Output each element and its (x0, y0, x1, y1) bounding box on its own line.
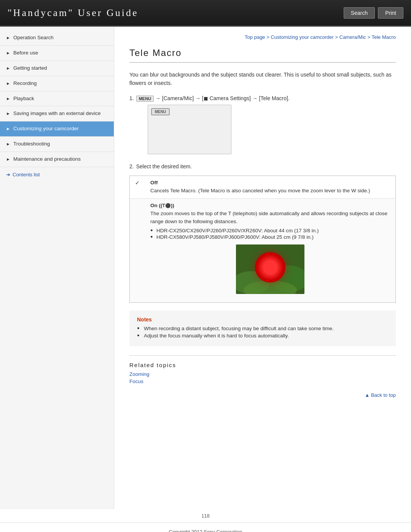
svg-point-10 (265, 264, 276, 275)
print-button[interactable]: Print (378, 7, 403, 19)
search-button[interactable]: Search (344, 7, 375, 19)
options-table: ✓ Off Cancels Tele Macro. (Tele Macro is… (129, 176, 396, 303)
sidebar-item-label: Customizing your camcorder (13, 125, 108, 133)
sidebar: ► Operation Search ► Before use ► Gettin… (0, 27, 114, 509)
sidebar-item-label: Operation Search (13, 34, 108, 42)
header: "Handycam" User Guide Search Print (0, 0, 411, 27)
svg-point-4 (256, 255, 281, 277)
copyright-text: Copyright 2012 Sony Corporation (169, 529, 242, 532)
chevron-right-icon: ► (6, 66, 10, 71)
svg-point-7 (262, 255, 285, 280)
back-to-top: ▲ Back to top (129, 392, 396, 398)
breadcrumb-telemacro: Tele Macro (371, 34, 396, 40)
bullet-cx580: HDR-CX580V/PJ580/PJ580V/PJ600/PJ600V: Ab… (150, 234, 390, 240)
option-on-check (130, 199, 145, 303)
chevron-right-icon: ► (6, 96, 10, 102)
option-off-content: Off Cancels Tele Macro. (Tele Macro is a… (145, 176, 396, 199)
sidebar-item-troubleshooting[interactable]: ► Troubleshooting (0, 137, 114, 152)
option-off-check: ✓ (130, 176, 145, 199)
note-item-1: When recording a distant subject, focusi… (137, 326, 388, 331)
step-1-text: → [Camera/Mic] → [◼ Camera Settings] → [… (155, 95, 290, 101)
sidebar-item-recording[interactable]: ► Recording (0, 76, 114, 91)
option-on-bullets: HDR-CX250/CX260V/PJ260/PJ260V/XR260V: Ab… (150, 228, 390, 240)
step-2-text: Select the desired item. (136, 163, 396, 169)
option-on-row: On ((T⚫)) The zoom moves to the top of t… (130, 199, 396, 303)
sidebar-item-before-use[interactable]: ► Before use (0, 46, 114, 61)
step-1-content: MENU → [Camera/Mic] → [◼ Camera Settings… (136, 95, 396, 157)
note-item-2: Adjust the focus manually when it is har… (137, 333, 388, 339)
header-buttons: Search Print (344, 7, 403, 19)
bullet-cx250: HDR-CX250/CX260V/PJ260/PJ260V/XR260V: Ab… (150, 228, 390, 233)
step-1-num: 1. (129, 95, 134, 101)
breadcrumb-sep: > (266, 34, 271, 40)
sidebar-item-label: Maintenance and precautions (13, 156, 108, 163)
sidebar-item-label: Troubleshooting (13, 141, 108, 148)
sidebar-item-saving-images[interactable]: ► Saving images with an external device (0, 106, 114, 121)
breadcrumb-toppage[interactable]: Top page (245, 34, 265, 40)
notes-title: Notes (137, 316, 388, 323)
step-1: 1. MENU → [Camera/Mic] → [◼ Camera Setti… (129, 95, 396, 157)
sidebar-item-label: Getting started (13, 65, 108, 72)
sidebar-item-customizing[interactable]: ► Customizing your camcorder (0, 121, 114, 137)
contents-list-link[interactable]: ➔ Contents list (0, 167, 114, 182)
svg-point-5 (260, 259, 281, 272)
breadcrumb: Top page > Customizing your camcorder > … (129, 34, 396, 40)
option-on-desc: The zoom moves to the top of the T (tele… (150, 210, 390, 225)
sidebar-item-playback[interactable]: ► Playback (0, 91, 114, 107)
option-on-title: On ((T⚫)) (150, 203, 390, 208)
page-description: You can blur out backgrounds and the sub… (129, 70, 396, 88)
chevron-right-icon: ► (6, 50, 10, 56)
option-off-desc: Cancels Tele Macro. (Tele Macro is also … (150, 187, 390, 195)
contents-link-label: Contents list (13, 172, 40, 177)
flower-svg (236, 244, 304, 294)
related-topics-title: Related topics (129, 362, 396, 368)
notes-list: When recording a distant subject, focusi… (137, 326, 388, 339)
chevron-right-icon: ► (6, 35, 10, 41)
related-topics: Related topics Zooming Focus (129, 355, 396, 384)
sidebar-item-label: Playback (13, 95, 108, 102)
sidebar-item-label: Before use (13, 50, 108, 57)
arrow-right-icon: ➔ (6, 172, 10, 177)
breadcrumb-sep2: > (335, 34, 339, 40)
page-number: 118 (0, 509, 411, 522)
svg-point-8 (267, 259, 281, 280)
related-link-focus[interactable]: Focus (129, 379, 396, 384)
flower-image (236, 244, 304, 294)
app-title: "Handycam" User Guide (8, 7, 138, 19)
chevron-right-icon: ► (6, 111, 10, 117)
sidebar-item-maintenance[interactable]: ► Maintenance and precautions (0, 152, 114, 167)
step-2-num: 2. (129, 163, 134, 169)
svg-point-6 (260, 255, 285, 277)
option-off-title: Off (150, 180, 390, 185)
option-on-content: On ((T⚫)) The zoom moves to the top of t… (145, 199, 396, 303)
sidebar-item-label: Recording (13, 80, 108, 87)
menu-button-image: MENU (151, 108, 170, 115)
sidebar-item-operation-search[interactable]: ► Operation Search (0, 30, 114, 46)
notes-box: Notes When recording a distant subject, … (129, 310, 396, 346)
chevron-right-icon: ► (6, 81, 10, 86)
menu-button-label: MENU (136, 96, 154, 102)
back-to-top-link[interactable]: ▲ Back to top (365, 392, 396, 398)
chevron-right-icon: ► (6, 157, 10, 162)
sidebar-item-getting-started[interactable]: ► Getting started (0, 61, 114, 76)
breadcrumb-cameramic[interactable]: Camera/Mic (339, 34, 366, 40)
breadcrumb-customizing[interactable]: Customizing your camcorder (271, 34, 333, 40)
sidebar-item-label: Saving images with an external device (13, 110, 108, 117)
svg-point-11 (267, 266, 273, 272)
related-link-zooming[interactable]: Zooming (129, 371, 396, 377)
breadcrumb-sep3: > (367, 34, 371, 40)
chevron-right-icon: ► (6, 141, 10, 147)
step-2: 2. Select the desired item. (129, 163, 396, 169)
option-off-row: ✓ Off Cancels Tele Macro. (Tele Macro is… (130, 176, 396, 199)
footer: Copyright 2012 Sony Corporation (0, 522, 411, 532)
content-area: Top page > Customizing your camcorder > … (114, 27, 411, 509)
main-layout: ► Operation Search ► Before use ► Gettin… (0, 27, 411, 509)
page-title: Tele Macro (129, 48, 396, 63)
chevron-right-icon: ► (6, 126, 10, 132)
camera-screen-image: MENU (148, 105, 231, 154)
